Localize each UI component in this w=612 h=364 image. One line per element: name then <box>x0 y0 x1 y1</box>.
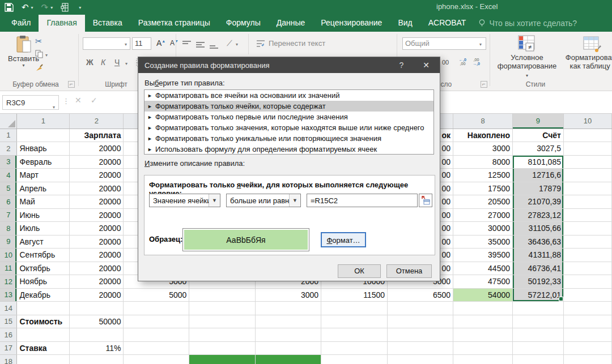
cell[interactable] <box>17 129 70 142</box>
chevron-down-icon[interactable]: ▼ <box>209 194 220 207</box>
qat-customize-icon[interactable]: ▾ <box>79 5 81 10</box>
cell[interactable]: 20000 <box>70 155 124 169</box>
cancel-button[interactable]: Отмена <box>386 264 432 278</box>
rule-type-option[interactable]: ►Форматировать только первые или последн… <box>144 112 434 122</box>
row-header[interactable]: 7 <box>0 208 17 222</box>
cell[interactable]: 20000 <box>70 262 124 275</box>
cell-value-combo[interactable]: Значение ячейки▼ <box>149 194 220 207</box>
orientation-dropdown-icon[interactable]: ▾ <box>236 42 238 47</box>
green-filled-cell[interactable] <box>189 355 256 364</box>
save-icon[interactable] <box>5 3 14 12</box>
align-bottom-button[interactable] <box>210 42 218 52</box>
grow-font-button[interactable]: А▲ <box>156 38 165 48</box>
cell[interactable]: Июнь <box>17 208 70 222</box>
cell[interactable]: 30000 <box>453 222 513 235</box>
name-box-dropdown-icon[interactable]: ▾ <box>53 105 55 110</box>
rule-type-option[interactable]: ►Форматировать только значения, которые … <box>144 122 434 133</box>
tab-file[interactable]: Файл <box>3 15 39 32</box>
cell[interactable]: 36436,63 <box>513 235 564 249</box>
cell[interactable]: Март <box>17 169 70 182</box>
redo-dropdown-icon[interactable]: ▾ <box>50 5 53 10</box>
name-box[interactable]: R3C9 ▾ <box>2 95 59 110</box>
tab-view[interactable]: Вид <box>390 15 420 32</box>
cell[interactable]: 27000 <box>453 208 513 222</box>
cell[interactable]: Сентябрь <box>17 249 70 262</box>
cell[interactable]: Апрель <box>17 182 70 195</box>
format-button[interactable]: Формат… <box>321 232 366 247</box>
cell[interactable]: Счёт <box>513 129 564 142</box>
cell[interactable]: 20500 <box>453 195 513 209</box>
tell-me-box[interactable]: Что вы хотите сделать? <box>474 15 581 32</box>
rule-type-option[interactable]: ►Форматировать все ячейки на основании и… <box>144 90 434 101</box>
cell[interactable]: Июль <box>17 222 70 235</box>
table-tool-icon[interactable] <box>61 3 70 12</box>
dialog-help-button[interactable]: ? <box>389 61 414 70</box>
number-dialog-launcher[interactable]: ⌐ <box>481 81 487 88</box>
cell[interactable]: Ставка <box>17 341 70 355</box>
undo-button[interactable]: ↶ <box>22 1 29 14</box>
orientation-button[interactable]: ⟋ <box>227 38 232 48</box>
rule-type-option[interactable]: ►Форматировать только уникальные или пов… <box>144 133 434 144</box>
font-name-combo[interactable] <box>83 37 130 50</box>
cell[interactable]: Февраль <box>17 155 70 169</box>
col-header-1[interactable]: 1 <box>17 114 70 129</box>
chevron-down-icon[interactable]: ▼ <box>289 194 300 207</box>
conditional-formatted-cell[interactable]: 54000 <box>453 288 513 302</box>
row-header[interactable]: 6 <box>0 195 17 209</box>
cell[interactable]: 39500 <box>453 249 513 262</box>
cell[interactable]: 35000 <box>453 235 513 249</box>
row-header[interactable]: 3 <box>0 155 17 169</box>
col-header-8[interactable]: 8 <box>453 114 513 129</box>
cell[interactable]: 20000 <box>70 142 124 156</box>
row-header[interactable]: 8 <box>0 222 17 235</box>
format-painter-button[interactable] <box>35 63 44 72</box>
cell[interactable]: 5000 <box>124 288 189 302</box>
cancel-entry-icon[interactable]: ✕ <box>75 96 82 105</box>
row-header[interactable]: 18 <box>0 355 17 364</box>
cell[interactable]: 11500 <box>321 288 388 302</box>
row-header[interactable]: 9 <box>0 235 17 249</box>
italic-button[interactable]: К <box>101 58 105 67</box>
ok-button[interactable]: ОК <box>338 264 381 278</box>
tab-insert[interactable]: Вставка <box>85 15 130 32</box>
cell[interactable]: 20000 <box>70 275 124 289</box>
cell[interactable]: 57212,01 <box>513 288 564 302</box>
row-header[interactable]: 12 <box>0 275 17 289</box>
underline-dropdown-icon[interactable]: ▾ <box>125 61 128 66</box>
font-name-dropdown-icon[interactable]: ▾ <box>125 42 127 47</box>
cell[interactable]: 17879 <box>513 182 564 195</box>
cut-button[interactable]: ✂ <box>35 36 42 46</box>
paste-button[interactable]: Вставить ▾ <box>8 35 39 68</box>
col-header-10[interactable]: 10 <box>563 114 611 129</box>
row-header[interactable]: 5 <box>0 182 17 195</box>
formula-input[interactable]: =R15C2 <box>307 194 418 207</box>
row-header[interactable]: 1 <box>0 129 17 142</box>
row-header[interactable]: 2 <box>0 142 17 156</box>
cell[interactable]: 50192,33 <box>513 275 564 289</box>
align-top-button[interactable] <box>182 40 191 50</box>
cell[interactable]: Май <box>17 195 70 209</box>
cell[interactable]: 3027,5 <box>513 142 564 156</box>
bold-button[interactable]: Ж <box>86 58 94 67</box>
row-header[interactable]: 10 <box>0 249 17 262</box>
cell[interactable]: Январь <box>17 142 70 156</box>
dialog-title-bar[interactable]: Создание правила форматирования ? ✕ <box>138 57 440 73</box>
cell[interactable]: 20000 <box>70 288 124 302</box>
undo-dropdown-icon[interactable]: ▾ <box>31 5 33 10</box>
cell[interactable]: Декабрь <box>17 288 70 302</box>
clipboard-dialog-launcher[interactable]: ⌐ <box>68 81 75 88</box>
operator-combo[interactable]: больше или равно▼ <box>226 194 301 207</box>
select-all-corner[interactable] <box>0 114 17 129</box>
tab-data[interactable]: Данные <box>269 15 313 32</box>
formula-bar-splitter[interactable]: ⋮ <box>62 97 70 105</box>
rule-type-option[interactable]: ►Использовать формулу для определения фо… <box>144 144 434 155</box>
tab-acrobat[interactable]: ACROBAT <box>420 15 474 32</box>
wrap-text-button[interactable]: Перенести текст <box>256 39 325 48</box>
cell[interactable]: 41311,88 <box>513 249 564 262</box>
cell[interactable]: 20000 <box>70 195 124 209</box>
thousands-separator-fragment[interactable]: 00 <box>442 59 449 66</box>
col-header-9-selected[interactable]: 9 <box>513 114 564 129</box>
font-size-combo[interactable]: 11 <box>132 37 151 50</box>
cell[interactable]: 20000 <box>70 222 124 235</box>
cell[interactable]: Ноябрь <box>17 275 70 289</box>
